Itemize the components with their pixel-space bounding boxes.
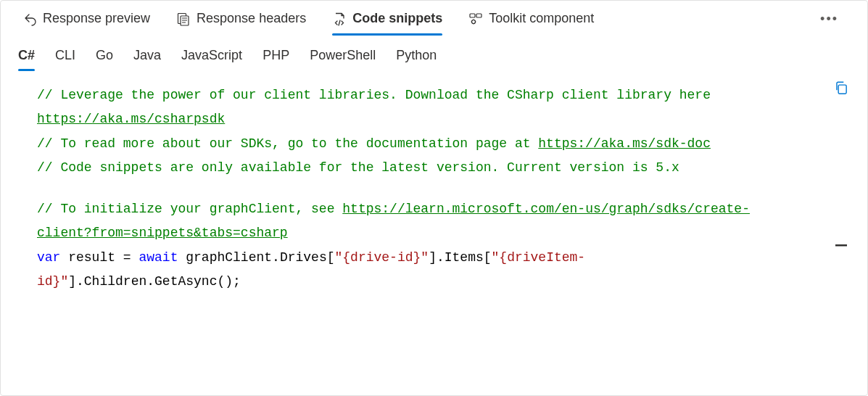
headers-icon [176,12,191,26]
code-link[interactable]: https://aka.ms/csharpsdk [37,112,225,126]
code-line: var result = await graphClient.Drives["{… [37,246,780,294]
lang-tab-go[interactable]: Go [96,48,113,70]
svg-rect-5 [838,85,846,94]
lang-tab-cli[interactable]: CLI [55,48,75,70]
code-line: // Leverage the power of our client libr… [37,83,780,132]
lang-tab-python[interactable]: Python [396,48,437,70]
code-comment: // Code snippets are only available for … [37,160,679,175]
lang-tab-java[interactable]: Java [133,48,161,70]
lang-tab-powershell[interactable]: PowerShell [310,48,376,70]
code-line: // To initialize your graphClient, see h… [37,197,780,246]
tab-response-preview[interactable]: Response preview [22,11,150,35]
code-text: graphClient.Drives[ [178,250,334,265]
code-line: // To read more about our SDKs, go to th… [37,132,780,156]
minus-icon [834,236,848,258]
undo-icon [22,12,37,26]
code-text: ].Children.GetAsync(); [68,274,241,289]
lang-tab-php[interactable]: PHP [263,48,289,70]
code-line: // Code snippets are only available for … [37,156,780,180]
language-tabs: C# CLI Go Java JavaScript PHP PowerShell… [1,35,867,70]
code-text: ].Items[ [429,250,491,265]
tab-response-headers[interactable]: Response headers [176,11,306,35]
code-comment: // To read more about our SDKs, go to th… [37,136,538,151]
code-keyword: await [139,250,178,265]
more-options-button[interactable]: ••• [820,12,846,34]
tab-label: Code snippets [352,11,442,26]
code-snippet-area: // Leverage the power of our client libr… [1,70,867,307]
code-link[interactable]: https://aka.ms/sdk-doc [538,136,711,151]
tab-label: Toolkit component [489,11,594,26]
svg-rect-6 [835,244,847,247]
svg-rect-2 [470,14,475,17]
copy-button[interactable] [832,83,850,101]
code-string: "{drive-id}" [335,250,429,265]
tab-label: Response headers [197,11,306,26]
tab-label: Response preview [43,11,150,26]
code-comment: // To initialize your graphClient, see [37,202,342,216]
svg-rect-3 [476,14,481,17]
lang-tab-csharp[interactable]: C# [18,48,35,70]
code-text: result = [60,250,139,265]
copy-icon [833,80,849,104]
collapse-button[interactable] [832,230,850,265]
code-comment: // Leverage the power of our client libr… [37,88,719,102]
response-panel: Response preview Response headers Co [0,0,868,396]
toolkit-icon [468,12,483,26]
lang-tab-javascript[interactable]: JavaScript [181,48,242,70]
tab-toolkit-component[interactable]: Toolkit component [468,11,594,35]
tab-code-snippets[interactable]: Code snippets [332,11,442,35]
code-keyword: var [37,250,60,265]
main-tabs: Response preview Response headers Co [1,4,867,35]
code-file-icon [332,12,347,26]
blank-line [37,180,780,197]
